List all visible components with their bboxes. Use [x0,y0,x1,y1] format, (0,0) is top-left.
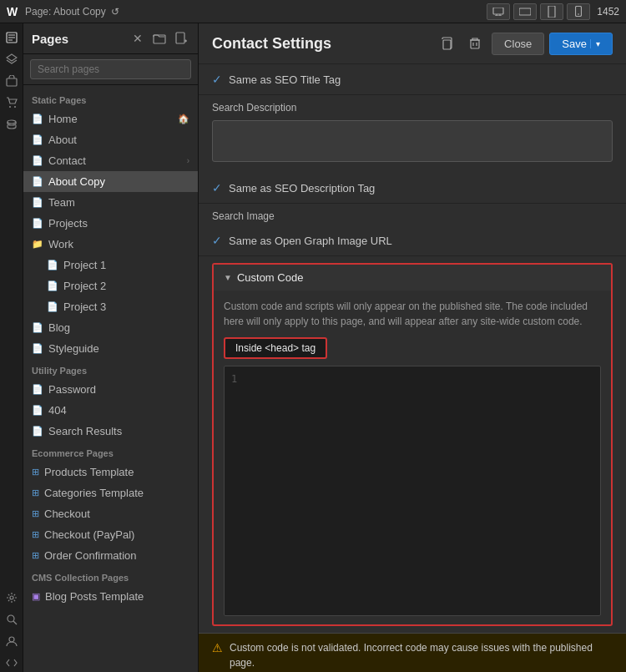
section-utility-pages: Utility Pages [23,359,198,379]
app-logo: W [7,5,20,18]
sidebar-item-blog-posts-template[interactable]: ▣ Blog Posts Template [23,586,198,607]
sidebar-list: Static Pages 📄 Home 🏠 📄 About 📄 Contact … [23,85,198,672]
icon-bar-search[interactable] [3,610,21,629]
item-label: Project 1 [63,259,189,271]
sidebar-item-project-3[interactable]: 📄 Project 3 [23,296,198,317]
folder-icon: 📁 [32,239,43,250]
time-display: 1452 [597,6,619,18]
sidebar-add-folder-btn[interactable] [151,30,168,47]
save-button[interactable]: Save ▾ [549,33,613,55]
tablet-portrait-view-btn[interactable] [540,3,563,20]
sidebar: Pages ✕ Static Pages 📄 Home 🏠 [23,23,199,672]
svg-rect-4 [519,8,531,15]
search-input[interactable] [30,59,191,79]
sidebar-item-about[interactable]: 📄 About [23,129,198,150]
custom-code-header[interactable]: ▼ Custom Code [214,265,611,291]
sidebar-search [23,54,198,85]
icon-bar-user[interactable] [3,632,21,650]
page-icon: 📄 [32,343,43,354]
item-label: Checkout [44,508,189,520]
sidebar-item-projects[interactable]: 📄 Projects [23,213,198,234]
sidebar-close-btn[interactable]: ✕ [129,30,146,47]
svg-rect-25 [443,40,451,49]
svg-marker-12 [7,54,17,61]
svg-rect-26 [471,40,479,48]
header-actions: Close Save ▾ [435,32,613,55]
ecom-icon: ⊞ [32,467,39,477]
sidebar-item-order-confirmation[interactable]: ⊞ Order Confirmation [23,545,198,566]
section-ecommerce-pages: Ecommerce Pages [23,442,198,462]
delete-btn[interactable] [463,32,487,55]
svg-rect-22 [176,33,184,43]
sidebar-item-contact[interactable]: 📄 Contact › [23,150,198,171]
svg-point-14 [9,106,11,108]
code-editor[interactable]: 1 [224,366,601,616]
item-label: Projects [48,217,189,230]
custom-code-description: Custom code and scripts will only appear… [224,299,601,329]
page-label: Page: About Copy [25,6,106,18]
sidebar-item-products-template[interactable]: ⊞ Products Template [23,462,198,483]
sidebar-item-home[interactable]: 📄 Home 🏠 [23,109,198,129]
icon-bar-settings[interactable] [3,589,21,607]
desktop-view-btn[interactable] [487,3,510,20]
sidebar-item-categories-template[interactable]: ⊞ Categories Template [23,483,198,503]
head-tag-tab[interactable]: Inside <head> tag [224,337,327,359]
search-desc-input[interactable] [212,120,613,162]
custom-code-body: Custom code and scripts will only appear… [214,291,611,624]
item-label: Order Confirmation [44,549,189,562]
top-bar-right: 1452 [487,3,619,20]
icon-bar-ecommerce[interactable] [3,93,21,112]
icon-bar-layers[interactable] [3,50,21,68]
sidebar-item-checkout[interactable]: ⊞ Checkout [23,503,198,524]
page-icon: 📄 [32,384,43,395]
svg-rect-13 [7,78,17,86]
sidebar-item-search-results[interactable]: 📄 Search Results [23,421,198,442]
icon-bar-code[interactable] [3,654,21,672]
icon-bar-assets[interactable] [3,72,21,90]
main-content: Contact Settings Close Save ▾ [199,23,626,672]
main-layout: Pages ✕ Static Pages 📄 Home 🏠 [0,23,626,672]
page-icon: 📄 [47,260,58,270]
collapse-arrow-icon: ▼ [224,273,232,282]
page-icon: 📄 [32,426,43,437]
warning-icon: ⚠ [212,641,223,654]
search-image-label: Search Image [199,204,626,225]
sidebar-item-project-2[interactable]: 📄 Project 2 [23,275,198,296]
sidebar-item-styleguide[interactable]: 📄 Styleguide [23,338,198,359]
sidebar-item-blog[interactable]: 📄 Blog [23,317,198,338]
sidebar-item-404[interactable]: 📄 404 [23,400,198,421]
sidebar-header: Pages ✕ [23,23,198,54]
ecom-icon: ⊞ [32,529,39,540]
icon-bar [0,23,23,672]
copy-btn[interactable] [435,32,458,55]
close-button[interactable]: Close [492,33,544,55]
sidebar-item-about-copy[interactable]: 📄 About Copy [23,171,198,192]
sidebar-item-project-1[interactable]: 📄 Project 1 [23,255,198,275]
page-icon: 📄 [32,322,43,333]
svg-point-15 [14,106,16,108]
sidebar-item-team[interactable]: 📄 Team [23,192,198,213]
icon-bar-pages[interactable] [3,28,21,47]
tablet-landscape-view-btn[interactable] [513,3,537,20]
mobile-view-btn[interactable] [567,3,590,20]
warning-text-1: Custom code is not validated. Incorrect … [230,640,613,670]
item-label: Home [48,113,173,125]
item-label: Work [48,238,189,250]
sidebar-item-work[interactable]: 📁 Work [23,234,198,255]
sidebar-add-page-btn[interactable] [173,30,189,47]
seo-title-row: ✓ Same as SEO Title Tag [199,64,626,95]
open-graph-row: ✓ Same as Open Graph Image URL [199,225,626,256]
custom-code-section: ▼ Custom Code Custom code and scripts wi… [212,263,613,626]
save-dropdown-arrow[interactable]: ▾ [590,39,600,48]
chevron-right-icon: › [187,156,189,165]
item-label: Contact [48,154,182,167]
sidebar-item-checkout-paypal[interactable]: ⊞ Checkout (PayPal) [23,524,198,545]
svg-rect-6 [576,7,582,17]
svg-point-16 [8,120,16,124]
ecom-icon: ⊞ [32,550,39,561]
seo-desc-row: ✓ Same as SEO Description Tag [199,173,626,204]
icon-bar-cms[interactable] [3,115,21,134]
item-label: Team [48,196,189,209]
sidebar-item-password[interactable]: 📄 Password [23,379,198,400]
reload-icon[interactable]: ↺ [111,6,119,18]
